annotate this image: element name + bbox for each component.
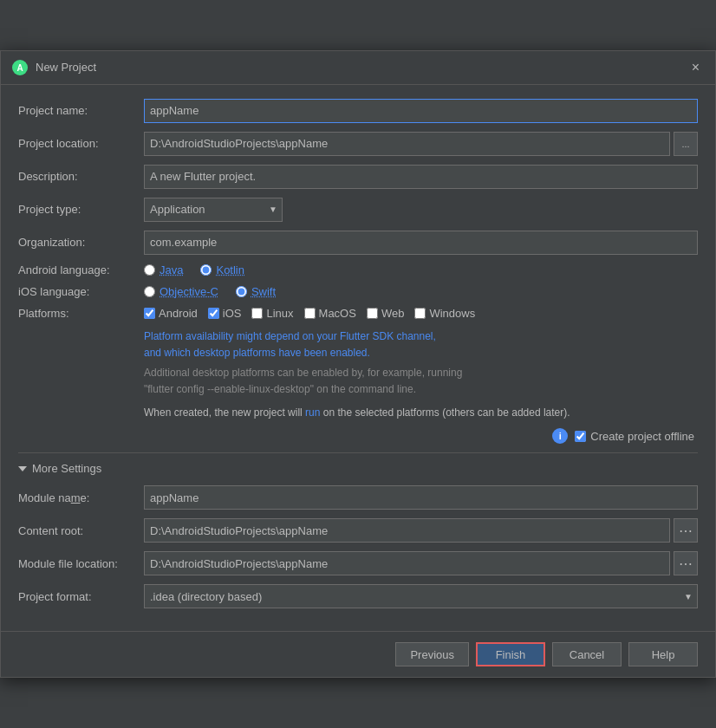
platform-windows[interactable]: Windows [414,307,475,320]
android-kotlin-label: Kotlin [216,263,244,276]
platform-linux[interactable]: Linux [251,307,293,320]
platform-macos-checkbox[interactable] [304,308,316,319]
more-settings-section: More Settings Module name: Content root:… [18,452,698,608]
android-language-label: Android language: [18,263,144,276]
title-bar: A New Project × [1,51,715,85]
android-kotlin-option[interactable]: Kotlin [200,263,244,276]
platform-web[interactable]: Web [367,307,405,320]
project-location-row: Project location: ... [18,132,698,156]
android-java-label: Java [159,263,183,276]
platform-ios[interactable]: iOS [208,307,242,320]
platform-macos[interactable]: MacOS [304,307,356,320]
project-name-label: Project name: [18,104,144,117]
project-location-browse-button[interactable]: ... [674,132,698,156]
content-root-browse-button[interactable]: ⋯ [674,518,698,543]
project-format-wrapper: .idea (directory based) .ipr (file based… [144,584,698,608]
platform-web-checkbox[interactable] [367,308,378,319]
content-root-label: Content root: [18,524,144,537]
organization-input[interactable] [144,231,698,255]
description-label: Description: [18,170,144,183]
organization-row: Organization: [18,231,698,255]
finish-button[interactable]: Finish [476,642,545,666]
platform-android-label: Android [159,307,198,320]
platform-android-checkbox[interactable] [144,308,155,319]
description-row: Description: [18,165,698,189]
content-root-input-group: ⋯ [144,518,698,543]
ios-objc-option[interactable]: Objective-C [144,285,218,298]
help-button[interactable]: Help [628,642,698,666]
content-root-input[interactable] [144,518,670,543]
project-location-input-group: ... [144,132,698,156]
platform-windows-checkbox[interactable] [414,308,426,319]
info-text-main: When created, the new project will run o… [144,405,698,421]
module-name-row: Module name: [18,485,698,510]
platform-web-label: Web [381,307,405,320]
android-kotlin-radio[interactable] [200,264,212,276]
previous-button[interactable]: Previous [395,642,469,666]
dialog-title: New Project [36,61,96,74]
project-name-row: Project name: [18,99,698,123]
platforms-row: Platforms: Android iOS Linux MacOS [18,307,698,320]
footer: Previous Finish Cancel Help [1,631,715,677]
module-file-location-browse-button[interactable]: ⋯ [674,551,698,575]
module-file-location-label: Module file location: [18,557,144,570]
more-settings-header[interactable]: More Settings [18,462,698,475]
platform-linux-checkbox[interactable] [251,308,263,319]
organization-label: Organization: [18,236,144,249]
description-input[interactable] [144,165,698,189]
project-type-dropdown-wrapper: Application Plugin Package Module ▼ [144,198,283,222]
info-blue-section: Platform availability might depend on yo… [144,328,698,422]
new-project-dialog: A New Project × Project name: Project lo… [0,50,716,679]
android-icon: A [11,59,29,76]
cancel-button[interactable]: Cancel [552,642,622,666]
create-offline-text: Create project offline [590,430,694,443]
android-java-option[interactable]: Java [144,263,183,276]
project-type-select[interactable]: Application Plugin Package Module [144,198,283,222]
platform-linux-label: Linux [266,307,293,320]
project-location-label: Project location: [18,137,144,150]
module-file-location-row: Module file location: ⋯ [18,551,698,575]
platforms-label: Platforms: [18,307,144,320]
more-settings-triangle [18,466,27,471]
module-name-label: Module name: [18,491,144,504]
svg-text:A: A [16,63,23,73]
platform-android[interactable]: Android [144,307,198,320]
info-text-gray: Additional desktop platforms can be enab… [144,365,698,398]
ios-swift-option[interactable]: Swift [236,285,276,298]
create-offline-checkbox[interactable] [575,431,586,442]
project-type-row: Project type: Application Plugin Package… [18,198,698,222]
project-location-input[interactable] [144,132,670,156]
project-format-row: Project format: .idea (directory based) … [18,584,698,608]
ios-swift-label: Swift [251,285,276,298]
ios-language-label: iOS language: [18,285,144,298]
title-bar-left: A New Project [11,59,96,76]
create-offline-row: i Create project offline [18,428,698,444]
dialog-content: Project name: Project location: ... Desc… [1,85,715,632]
ios-objc-label: Objective-C [159,285,218,298]
android-language-group: Java Kotlin [144,263,698,276]
platform-macos-label: MacOS [319,307,356,320]
android-language-row: Android language: Java Kotlin [18,263,698,276]
ios-language-row: iOS language: Objective-C Swift [18,285,698,298]
info-icon[interactable]: i [552,428,568,444]
project-type-label: Project type: [18,203,144,216]
android-java-radio[interactable] [144,264,155,276]
module-name-input[interactable] [144,485,698,510]
project-format-select[interactable]: .idea (directory based) .ipr (file based… [144,584,698,608]
ios-language-group: Objective-C Swift [144,285,698,298]
project-name-input[interactable] [144,99,698,123]
platform-ios-label: iOS [223,307,242,320]
project-format-label: Project format: [18,590,144,603]
platform-ios-checkbox[interactable] [208,308,219,319]
close-button[interactable]: × [687,58,705,77]
platforms-group: Android iOS Linux MacOS Web [144,307,698,320]
ios-objc-radio[interactable] [144,286,155,297]
module-file-location-input-group: ⋯ [144,551,698,575]
platform-windows-label: Windows [429,307,475,320]
create-offline-label[interactable]: Create project offline [575,430,694,443]
module-file-location-input[interactable] [144,551,670,575]
more-settings-label: More Settings [32,462,101,475]
info-text-blue: Platform availability might depend on yo… [144,328,698,361]
content-root-row: Content root: ⋯ [18,518,698,543]
ios-swift-radio[interactable] [236,286,247,297]
